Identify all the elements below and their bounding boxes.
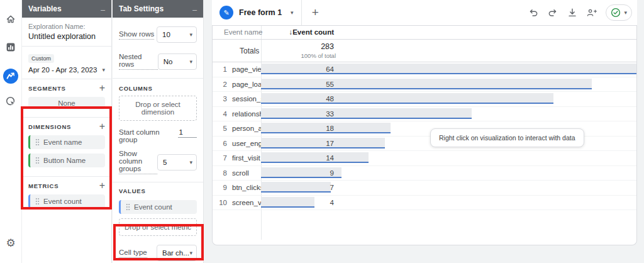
totals-share: 100% of total: [261, 52, 336, 59]
table-row[interactable]: 2page_load_time55: [213, 77, 636, 92]
ga4-explorations-page: ⚙ Variables _ Exploration Name: Untitled…: [0, 0, 644, 263]
row-index: 10: [213, 196, 227, 210]
divider: [22, 176, 111, 177]
chevron-down-icon: ▾: [189, 31, 192, 38]
segments-none-chip[interactable]: None: [28, 97, 105, 109]
show-rows-label: Show rows: [119, 30, 154, 40]
start-column-group-input[interactable]: 1: [178, 128, 197, 138]
download-icon[interactable]: [567, 7, 578, 18]
segments-label: SEGMENTS: [28, 85, 66, 92]
totals-row: Totals 283 100% of total: [213, 40, 636, 62]
values-chip-event-count[interactable]: Event count: [119, 200, 197, 214]
pencil-icon: ✎: [219, 6, 233, 20]
add-dimension-button[interactable]: +: [99, 123, 105, 130]
divider: [113, 182, 203, 182]
tab-settings-panel-title: Tab Settings: [119, 4, 164, 13]
drag-handle-icon[interactable]: [126, 203, 130, 211]
status-button[interactable]: ▾: [606, 4, 632, 21]
nested-rows-dropdown[interactable]: No ▾: [158, 53, 197, 70]
advertising-icon[interactable]: [5, 96, 16, 107]
status-check-icon: [611, 8, 621, 18]
chevron-down-icon[interactable]: ▾: [291, 9, 294, 16]
row-index: 5: [213, 121, 227, 136]
divider: [113, 78, 203, 79]
row-index: 1: [213, 62, 227, 77]
home-icon[interactable]: [6, 14, 16, 25]
column-header-event-name[interactable]: Event name: [224, 28, 262, 36]
show-rows-value: 10: [162, 31, 170, 38]
variables-panel-header: Variables _: [22, 0, 111, 18]
dimension-chip-button-name[interactable]: Button Name: [28, 154, 105, 167]
tab-settings-panel: Tab Settings _ Show rows 10 ▾ Nested row…: [113, 0, 204, 263]
dimension-chip-label: Event name: [43, 138, 82, 146]
start-column-group-label: Start column group: [119, 128, 173, 143]
drag-handle-icon[interactable]: [35, 157, 40, 164]
show-column-groups-dropdown[interactable]: 5 ▾: [157, 154, 197, 171]
row-value: 48: [261, 92, 334, 106]
dimensions-label: DIMENSIONS: [28, 123, 71, 130]
row-value: 18: [261, 121, 334, 135]
drag-handle-icon[interactable]: [35, 138, 40, 146]
cell-type-value: Bar ch...: [162, 249, 189, 257]
table-row[interactable]: 7first_visit14: [213, 151, 636, 166]
exploration-name-value[interactable]: Untitled exploration: [28, 32, 105, 41]
variables-panel-title: Variables: [28, 4, 62, 13]
columns-drop-target[interactable]: Drop or select dimension: [119, 96, 197, 121]
show-column-groups-value: 5: [163, 159, 167, 166]
divider: [22, 46, 111, 47]
table-row[interactable]: 8scroll9: [213, 166, 636, 181]
divider: [22, 79, 111, 79]
date-range-selector[interactable]: Apr 20 - Apr 23, 2023 ▾: [28, 66, 105, 74]
chevron-down-icon: ▾: [189, 159, 192, 165]
undo-icon[interactable]: [528, 7, 539, 18]
settings-gear-icon[interactable]: ⚙: [6, 237, 15, 250]
table-row[interactable]: 10screen_view4: [213, 196, 636, 211]
reports-icon[interactable]: [6, 42, 16, 52]
nested-rows-value: No: [164, 58, 173, 65]
add-tab-button[interactable]: +: [312, 6, 319, 20]
table-row[interactable]: 4relationship_added33: [213, 107, 636, 122]
left-nav-rail: ⚙: [0, 0, 22, 263]
exploration-name-label: Exploration Name:: [28, 23, 105, 30]
add-metric-button[interactable]: +: [99, 182, 105, 189]
add-segment-button[interactable]: +: [99, 84, 105, 92]
dimension-chip-event-name[interactable]: Event name: [28, 135, 105, 149]
values-label: VALUES: [119, 187, 197, 194]
row-event-name: scroll: [232, 166, 249, 181]
explore-icon[interactable]: [3, 68, 19, 84]
share-users-icon[interactable]: [586, 7, 597, 18]
redo-icon[interactable]: [547, 7, 558, 18]
row-value: 9: [261, 166, 334, 180]
row-index: 2: [213, 77, 227, 92]
row-event-name: first_visit: [232, 151, 260, 165]
row-value: 64: [261, 62, 334, 76]
row-index: 3: [213, 92, 227, 106]
row-value: 17: [261, 137, 334, 150]
show-rows-dropdown[interactable]: 10 ▾: [157, 26, 197, 43]
metric-chip-event-count[interactable]: Event count: [28, 194, 105, 208]
columns-label: COLUMNS: [119, 85, 197, 92]
chevron-down-icon: ▾: [189, 250, 192, 256]
table-row[interactable]: 9btn_clicks7: [213, 181, 636, 196]
row-value: 55: [261, 77, 334, 91]
show-column-groups-label: Show column groups: [119, 150, 157, 174]
tab-free-form-1[interactable]: ✎ Free form 1 ▾: [212, 0, 302, 25]
toolbar: ▾: [528, 4, 637, 21]
cell-type-dropdown[interactable]: Bar ch... ▾: [157, 245, 197, 261]
totals-label: Totals: [240, 47, 259, 55]
minimize-tab-settings-button[interactable]: _: [192, 4, 197, 13]
cell-type-label: Cell type: [119, 249, 147, 258]
chevron-down-icon: ▾: [624, 9, 627, 16]
table-header-row: Event name ↓Event count: [213, 26, 636, 40]
drag-handle-icon[interactable]: [35, 198, 40, 205]
table-row[interactable]: 3session_start48: [213, 92, 636, 107]
tab-settings-panel-header: Tab Settings _: [113, 0, 203, 18]
values-drop-target[interactable]: Drop or select metric: [119, 218, 197, 236]
minimize-variables-button[interactable]: _: [101, 4, 105, 13]
table-row[interactable]: 1page_view64: [213, 62, 636, 77]
metrics-label: METRICS: [28, 182, 58, 189]
row-value: 33: [261, 107, 334, 121]
column-header-event-count-sorted[interactable]: ↓Event count: [261, 28, 334, 36]
row-index: 7: [213, 151, 227, 165]
divider: [22, 117, 111, 118]
